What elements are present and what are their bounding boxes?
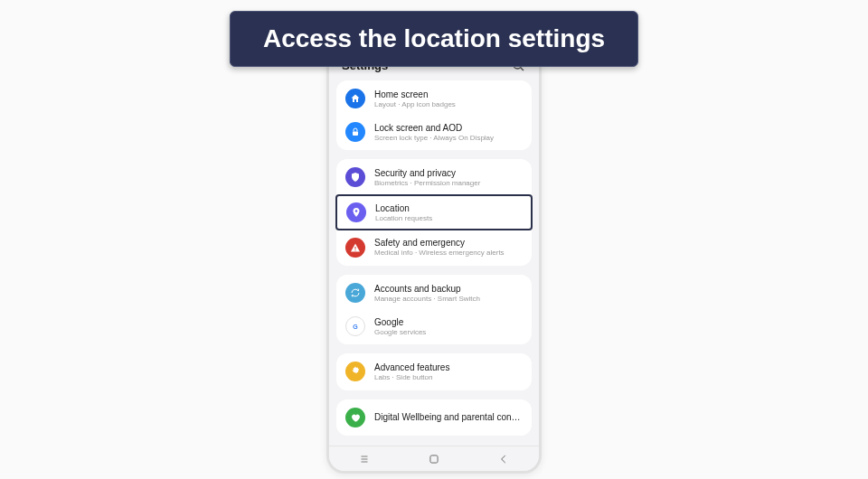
settings-item-text: LocationLocation requests <box>375 202 522 223</box>
settings-item-lock-screen-and-aod[interactable]: Lock screen and AODScreen lock type · Al… <box>336 116 532 149</box>
google-icon: G <box>345 316 365 336</box>
settings-item-title: Home screen <box>374 89 523 100</box>
instruction-text: Access the location settings <box>263 24 605 52</box>
alert-icon <box>345 238 365 258</box>
settings-group: Accounts and backupManage accounts · Sma… <box>336 275 532 344</box>
pin-icon <box>346 202 366 222</box>
gear-icon <box>345 362 365 381</box>
settings-group: Home screenLayout · App icon badgesLock … <box>336 80 532 150</box>
settings-item-text: Digital Wellbeing and parental controls <box>374 411 523 423</box>
settings-item-subtitle: Biometrics · Permission manager <box>374 179 523 188</box>
settings-screen: Settings Home screenLayout · App icon ba… <box>329 48 539 446</box>
recents-icon <box>357 454 372 465</box>
back-icon <box>497 453 510 465</box>
settings-item-security-and-privacy[interactable]: Security and privacyBiometrics · Permiss… <box>336 161 532 194</box>
android-nav-bar <box>329 446 539 471</box>
settings-item-google[interactable]: GGoogleGoogle services <box>336 310 532 343</box>
home-button[interactable] <box>416 446 452 471</box>
phone-frame: Settings Home screenLayout · App icon ba… <box>326 45 542 474</box>
recents-button[interactable] <box>346 446 382 471</box>
settings-item-home-screen[interactable]: Home screenLayout · App icon badges <box>336 82 532 116</box>
back-button[interactable] <box>486 446 522 471</box>
lock-icon <box>345 122 365 142</box>
settings-item-subtitle: Google services <box>374 328 523 337</box>
settings-item-subtitle: Location requests <box>375 214 522 223</box>
home-nav-icon <box>428 453 440 465</box>
settings-item-title: Google <box>374 316 523 328</box>
settings-item-location[interactable]: LocationLocation requests <box>335 194 533 231</box>
settings-item-subtitle: Screen lock type · Always On Display <box>374 134 523 143</box>
settings-item-title: Lock screen and AOD <box>374 122 523 134</box>
settings-item-text: GoogleGoogle services <box>374 316 523 337</box>
settings-item-text: Lock screen and AODScreen lock type · Al… <box>374 122 523 143</box>
settings-item-safety-and-emergency[interactable]: Safety and emergencyMedical info · Wirel… <box>336 230 532 264</box>
settings-item-text: Security and privacyBiometrics · Permiss… <box>374 167 523 188</box>
settings-item-subtitle: Manage accounts · Smart Switch <box>374 295 523 304</box>
settings-item-text: Safety and emergencyMedical info · Wirel… <box>374 237 523 258</box>
settings-item-subtitle: Medical info · Wireless emergency alerts <box>374 249 523 258</box>
settings-item-text: Home screenLayout · App icon badges <box>374 89 523 109</box>
settings-item-title: Advanced features <box>374 362 523 373</box>
settings-item-digital-wellbeing-and-parental-controls[interactable]: Digital Wellbeing and parental controls <box>336 401 532 434</box>
svg-rect-11 <box>430 455 438 462</box>
settings-item-title: Security and privacy <box>374 167 523 179</box>
settings-group: Advanced featuresLabs · Side button <box>336 353 532 390</box>
settings-group: Digital Wellbeing and parental controls <box>336 399 532 436</box>
home-icon <box>345 89 365 108</box>
settings-item-accounts-and-backup[interactable]: Accounts and backupManage accounts · Sma… <box>336 277 532 310</box>
settings-item-subtitle: Labs · Side button <box>374 373 523 382</box>
svg-line-1 <box>521 68 524 70</box>
instruction-banner: Access the location settings <box>230 11 638 67</box>
settings-item-subtitle: Layout · App icon badges <box>374 100 523 109</box>
settings-item-title: Location <box>375 202 522 214</box>
settings-item-text: Accounts and backupManage accounts · Sma… <box>374 283 523 304</box>
settings-item-title: Safety and emergency <box>374 237 523 249</box>
settings-group: Security and privacyBiometrics · Permiss… <box>336 159 532 266</box>
svg-text:G: G <box>353 323 358 329</box>
svg-rect-5 <box>355 249 356 250</box>
svg-point-3 <box>355 210 358 212</box>
settings-item-title: Accounts and backup <box>374 283 523 295</box>
settings-item-title: Digital Wellbeing and parental controls <box>374 411 523 423</box>
settings-item-advanced-features[interactable]: Advanced featuresLabs · Side button <box>336 355 532 389</box>
svg-rect-2 <box>353 131 358 136</box>
heart-icon <box>345 408 365 427</box>
settings-item-text: Advanced featuresLabs · Side button <box>374 362 523 382</box>
svg-rect-4 <box>355 247 356 249</box>
sync-icon <box>345 283 365 303</box>
shield-icon <box>345 167 365 187</box>
